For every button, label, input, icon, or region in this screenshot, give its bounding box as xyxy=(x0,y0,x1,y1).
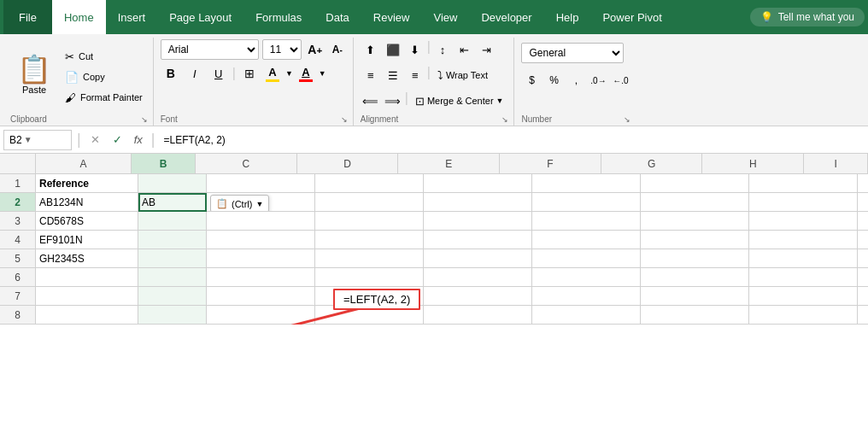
paste-button[interactable]: 📋 Paste xyxy=(10,45,58,105)
merge-center-button[interactable]: ⊡ Merge & Center ▼ xyxy=(410,91,509,111)
fill-color-button[interactable]: A xyxy=(263,65,282,83)
cell-e3[interactable] xyxy=(424,212,532,231)
cell-c4[interactable] xyxy=(207,231,315,249)
align-top-button[interactable]: ⬆ xyxy=(361,39,381,60)
indent-increase-button[interactable]: ⇥ xyxy=(477,39,497,60)
col-header-i[interactable]: I xyxy=(804,154,868,173)
row-num-5[interactable]: 5 xyxy=(0,249,36,268)
cell-c6[interactable] xyxy=(207,268,315,287)
decrease-font-button[interactable]: A- xyxy=(327,39,348,60)
cell-a3[interactable]: CD5678S xyxy=(36,212,138,231)
number-format-select[interactable]: General xyxy=(521,43,624,63)
cell-c8[interactable] xyxy=(207,306,315,325)
row-num-7[interactable]: 7 xyxy=(0,287,36,306)
cell-e1[interactable] xyxy=(424,174,532,193)
cell-h1[interactable] xyxy=(749,174,858,193)
cell-e2[interactable] xyxy=(424,193,532,212)
cell-b7[interactable] xyxy=(138,287,207,306)
rtl-button[interactable]: ⟸ xyxy=(361,91,381,111)
cell-f2[interactable] xyxy=(532,193,641,212)
cell-b1[interactable] xyxy=(138,174,207,193)
format-painter-button[interactable]: 🖌 Format Painter xyxy=(60,88,148,107)
cell-f6[interactable] xyxy=(532,268,641,287)
align-middle-button[interactable]: ⬛ xyxy=(383,39,403,60)
col-header-b[interactable]: B xyxy=(132,154,196,173)
cell-c3[interactable] xyxy=(207,212,315,231)
cell-a7[interactable] xyxy=(36,287,138,306)
percent-button[interactable]: % xyxy=(543,70,564,91)
col-header-a[interactable]: A xyxy=(36,154,132,173)
cell-a2[interactable]: AB1234N xyxy=(36,193,138,212)
clipboard-expand-icon[interactable]: ↘ xyxy=(141,115,148,124)
cell-i1[interactable] xyxy=(858,174,868,193)
ltr-button[interactable]: ⟹ xyxy=(383,91,403,111)
cut-button[interactable]: ✂ Cut xyxy=(60,47,148,66)
cell-g7[interactable] xyxy=(641,287,749,306)
increase-font-button[interactable]: A+ xyxy=(305,39,326,60)
number-expand-icon[interactable]: ↘ xyxy=(624,115,630,124)
row-num-6[interactable]: 6 xyxy=(0,268,36,287)
font-family-select[interactable]: Arial xyxy=(161,39,259,60)
italic-button[interactable]: I xyxy=(185,63,205,84)
menu-tab-developer[interactable]: Developer xyxy=(469,0,543,34)
cell-e5[interactable] xyxy=(424,249,532,268)
cell-h4[interactable] xyxy=(749,231,858,249)
cell-b5[interactable] xyxy=(138,249,207,268)
cell-a1[interactable]: Reference xyxy=(36,174,138,193)
font-expand-icon[interactable]: ↘ xyxy=(341,115,348,124)
menu-tab-home[interactable]: Home xyxy=(52,0,106,34)
menu-tab-data[interactable]: Data xyxy=(314,0,361,34)
cell-e8[interactable] xyxy=(424,306,532,325)
menu-tab-power-pivot[interactable]: Power Pivot xyxy=(590,0,673,34)
formula-confirm-button[interactable]: ✓ xyxy=(108,131,127,149)
underline-button[interactable]: U xyxy=(208,63,229,84)
menu-tab-insert[interactable]: Insert xyxy=(106,0,158,34)
cell-h8[interactable] xyxy=(749,306,858,325)
align-bottom-button[interactable]: ⬇ xyxy=(405,39,425,60)
col-header-d[interactable]: D xyxy=(297,154,399,173)
col-header-f[interactable]: F xyxy=(500,154,601,173)
row-num-3[interactable]: 3 xyxy=(0,212,36,231)
cell-i5[interactable] xyxy=(858,249,868,268)
menu-tab-help[interactable]: Help xyxy=(544,0,591,34)
cell-b4[interactable] xyxy=(138,231,207,249)
cell-b2[interactable]: AB xyxy=(138,193,207,212)
cell-f8[interactable] xyxy=(532,306,641,325)
cell-f1[interactable] xyxy=(532,174,641,193)
paste-options-dropdown[interactable]: ▼ xyxy=(255,200,263,208)
row-num-2[interactable]: 2 xyxy=(0,193,36,212)
row-num-4[interactable]: 4 xyxy=(0,231,36,249)
cell-f7[interactable] xyxy=(532,287,641,306)
formula-cancel-button[interactable]: ✕ xyxy=(86,131,105,149)
cell-h6[interactable] xyxy=(749,268,858,287)
menu-tab-view[interactable]: View xyxy=(421,0,469,34)
formula-input[interactable]: =LEFT(A2, 2) xyxy=(161,134,865,146)
cell-c2[interactable]: 📋 (Ctrl) ▼ xyxy=(207,193,315,212)
tell-me-box[interactable]: 💡 Tell me what you xyxy=(750,8,865,26)
cell-i8[interactable] xyxy=(858,306,868,325)
cell-f5[interactable] xyxy=(532,249,641,268)
menu-tab-formulas[interactable]: Formulas xyxy=(243,0,314,34)
cell-e7[interactable] xyxy=(424,287,532,306)
fill-dropdown-icon[interactable]: ▼ xyxy=(285,69,293,78)
font-color-button[interactable]: A xyxy=(296,65,315,83)
cell-d1[interactable] xyxy=(315,174,424,193)
cell-h5[interactable] xyxy=(749,249,858,268)
cell-b8[interactable] xyxy=(138,306,207,325)
cell-g1[interactable] xyxy=(641,174,749,193)
align-right-button[interactable]: ≡ xyxy=(405,65,425,85)
cell-e4[interactable] xyxy=(424,231,532,249)
font-color-dropdown-icon[interactable]: ▼ xyxy=(319,69,326,78)
col-header-g[interactable]: G xyxy=(601,154,703,173)
cell-a6[interactable] xyxy=(36,268,138,287)
indent-decrease-button[interactable]: ⇤ xyxy=(455,39,475,60)
comma-button[interactable]: , xyxy=(566,70,586,91)
align-center-button[interactable]: ☰ xyxy=(383,65,403,85)
paste-options-popup[interactable]: 📋 (Ctrl) ▼ xyxy=(210,195,269,212)
cell-i2[interactable] xyxy=(858,193,868,212)
cell-c7[interactable] xyxy=(207,287,315,306)
cell-g3[interactable] xyxy=(641,212,749,231)
cell-g2[interactable] xyxy=(641,193,749,212)
cell-f4[interactable] xyxy=(532,231,641,249)
decrease-decimal-button[interactable]: .0→ xyxy=(588,70,608,91)
